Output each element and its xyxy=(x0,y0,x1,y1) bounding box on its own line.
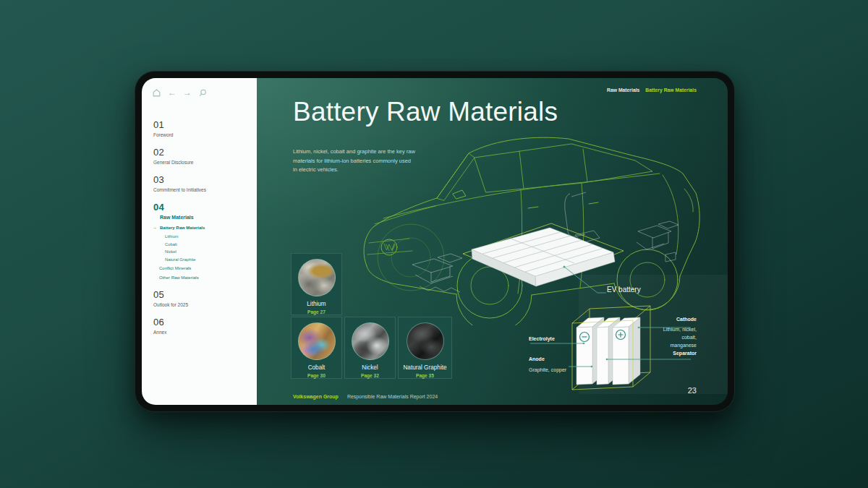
material-card-lithium[interactable]: Lithium Page 27 xyxy=(291,253,342,315)
subnav-item-other-raw-materials[interactable]: Other Raw Materials xyxy=(159,275,257,280)
cobalt-photo xyxy=(298,322,336,360)
footer-brand[interactable]: Volkswagen Group xyxy=(293,394,339,399)
anode-label: Anode xyxy=(529,356,545,361)
card-page-link[interactable]: Page 32 xyxy=(361,373,379,378)
subnav-item-lithium[interactable]: Lithium xyxy=(165,234,257,239)
card-name: Nickel xyxy=(362,364,378,371)
report-app-screen: ← → 01 Foreword 02 General Disclosure 03… xyxy=(142,78,728,405)
cathode-label: Cathode xyxy=(646,317,697,322)
natural-graphite-photo xyxy=(407,322,444,360)
page-number: 23 xyxy=(688,386,697,395)
active-arrow-icon: → xyxy=(153,226,157,230)
breadcrumb: Raw Materials Battery Raw Materials xyxy=(607,87,697,93)
card-page-link[interactable]: Page 27 xyxy=(307,309,326,314)
breadcrumb-current[interactable]: Battery Raw Materials xyxy=(645,87,697,93)
card-name: Natural Graphite xyxy=(403,364,446,371)
subnav-item-nickel[interactable]: Nickel xyxy=(165,249,257,254)
battery-pack xyxy=(472,228,615,286)
tablet-device-frame: ← → 01 Foreword 02 General Disclosure 03… xyxy=(135,71,735,412)
toc-item-raw-materials[interactable]: 04 Raw Materials → Battery Raw Materials… xyxy=(153,202,257,280)
material-card-nickel[interactable]: Nickel Page 32 xyxy=(344,317,396,379)
subnav-item-natural-graphite[interactable]: Natural Graphite xyxy=(165,257,257,262)
nickel-photo xyxy=(352,322,389,360)
card-page-link[interactable]: Page 30 xyxy=(307,373,326,378)
home-icon[interactable] xyxy=(152,88,161,98)
raw-materials-subnav: → Battery Raw Materials Lithium Cobalt N… xyxy=(159,226,257,280)
report-footer: Volkswagen Group Responsible Raw Materia… xyxy=(293,394,438,399)
breadcrumb-parent[interactable]: Raw Materials xyxy=(607,87,639,93)
card-name: Cobalt xyxy=(308,364,326,371)
sidebar-toolbar: ← → xyxy=(152,88,257,98)
search-icon[interactable] xyxy=(198,88,208,98)
subnav-item-cobalt[interactable]: Cobalt xyxy=(165,242,257,247)
toc-item-general-disclosure[interactable]: 02 General Disclosure xyxy=(153,147,257,165)
back-arrow-icon[interactable]: ← xyxy=(168,88,176,98)
car-wireframe-illustration xyxy=(326,116,728,325)
separator-label: Separator xyxy=(646,351,697,356)
toc-item-annex[interactable]: 06 Annex xyxy=(153,317,257,335)
card-name: Lithium xyxy=(307,301,326,307)
lithium-photo xyxy=(298,259,336,296)
subnav-item-conflict-minerals[interactable]: Conflict Minerals xyxy=(159,266,257,270)
table-of-contents-sidebar: ← → 01 Foreword 02 General Disclosure 03… xyxy=(142,78,257,405)
toc-list: 01 Foreword 02 General Disclosure 03 Com… xyxy=(142,98,257,335)
footer-report-title: Responsible Raw Materials Report 2024 xyxy=(347,394,438,399)
toc-item-commitment-to-initiatives[interactable]: 03 Commitment to Initiatives xyxy=(153,174,257,192)
material-card-natural-graphite[interactable]: Natural Graphite Page 35 xyxy=(398,317,452,379)
anode-materials-label: Graphite, copper xyxy=(529,366,566,374)
battery-cell-cathode xyxy=(613,317,640,385)
subnav-item-battery-raw-materials[interactable]: → Battery Raw Materials xyxy=(153,226,257,230)
forward-arrow-icon[interactable]: → xyxy=(183,88,192,98)
card-page-link[interactable]: Page 35 xyxy=(416,373,434,378)
electrolyte-label: Electrolyte xyxy=(529,336,555,341)
material-card-cobalt[interactable]: Cobalt Page 30 xyxy=(291,317,342,379)
cathode-materials-label: Lithium, nickel, cobalt, manganese xyxy=(656,325,697,349)
ev-battery-title: EV battery xyxy=(607,286,641,294)
toc-item-foreword[interactable]: 01 Foreword xyxy=(153,119,257,137)
toc-item-outlook-for-2025[interactable]: 05 Outlook for 2025 xyxy=(153,289,257,307)
slide-content: Raw Materials Battery Raw Materials Batt… xyxy=(257,78,728,405)
